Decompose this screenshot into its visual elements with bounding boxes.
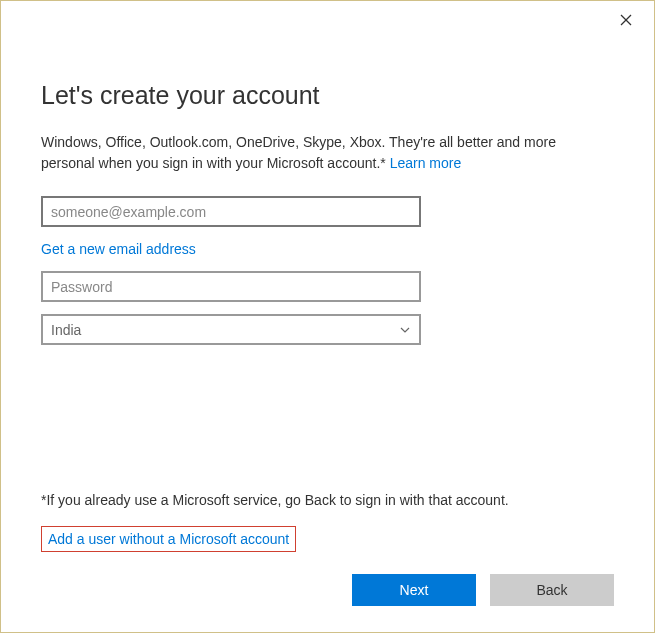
- next-button[interactable]: Next: [352, 574, 476, 606]
- new-email-link[interactable]: Get a new email address: [41, 241, 196, 257]
- footer: *If you already use a Microsoft service,…: [41, 492, 614, 606]
- back-button[interactable]: Back: [490, 574, 614, 606]
- subtitle: Windows, Office, Outlook.com, OneDrive, …: [41, 132, 561, 174]
- subtitle-text: Windows, Office, Outlook.com, OneDrive, …: [41, 134, 556, 171]
- add-user-link-highlight: Add a user without a Microsoft account: [41, 526, 296, 552]
- learn-more-link[interactable]: Learn more: [390, 155, 462, 171]
- page-title: Let's create your account: [41, 81, 614, 110]
- country-select[interactable]: India: [41, 314, 421, 345]
- close-icon: [620, 13, 632, 29]
- add-user-without-account-link[interactable]: Add a user without a Microsoft account: [48, 531, 289, 547]
- close-button[interactable]: [610, 9, 642, 33]
- email-input[interactable]: [41, 196, 421, 227]
- button-row: Next Back: [41, 574, 614, 606]
- password-input[interactable]: [41, 271, 421, 302]
- main-content: Let's create your account Windows, Offic…: [1, 1, 654, 345]
- footer-note: *If you already use a Microsoft service,…: [41, 492, 614, 508]
